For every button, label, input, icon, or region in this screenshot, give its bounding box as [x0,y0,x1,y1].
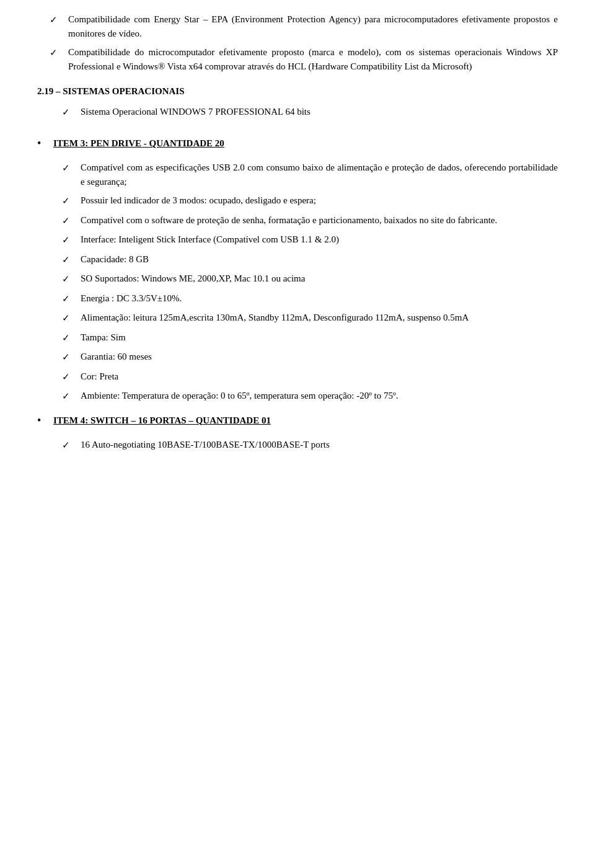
item4-checks: ✓ 16 Auto-negotiating 10BASE-T/100BASE-T… [37,438,558,453]
check-item-energia: ✓ Energia : DC 3.3/5V±10%. [50,291,558,306]
check-text-capacidade: Capacidade: 8 GB [81,252,558,267]
item3-section: • ITEM 3: PEN DRIVE - QUANTIDADE 20 ✓ Co… [37,136,558,404]
check-text-so: SO Suportados: Windows ME, 2000,XP, Mac … [81,272,558,286]
check-text-alimentacao: Alimentação: leitura 125mA,escrita 130mA… [81,311,558,325]
check-text-ports: 16 Auto-negotiating 10BASE-T/100BASE-TX/… [81,438,558,452]
checkmark-icon-14: ✓ [62,370,77,384]
check-text-tampa: Tampa: Sim [81,330,558,345]
check-item-windows7: ✓ Sistema Operacional WINDOWS 7 PROFESSI… [50,105,558,120]
checkmark-icon-7: ✓ [62,233,77,247]
check-text-windows7: Sistema Operacional WINDOWS 7 PROFESSION… [81,105,558,119]
checkmark-icon-6: ✓ [62,214,77,228]
check-item-garantia: ✓ Garantia: 60 meses [50,350,558,365]
checkmark-icon: ✓ [50,13,64,27]
checkmark-icon-11: ✓ [62,311,77,326]
bullet-icon: • [37,135,50,152]
top-check-items: ✓ Compatibilidade com Energy Star – EPA … [37,12,558,73]
item3-header: • ITEM 3: PEN DRIVE - QUANTIDADE 20 [37,136,558,152]
check-text-energia: Energia : DC 3.3/5V±10%. [81,291,558,306]
check-text-usb: Compatível com as especificações USB 2.0… [81,161,558,188]
check-item-ambiente: ✓ Ambiente: Temperatura de operação: 0 t… [50,389,558,404]
check-item-compatibilidade: ✓ Compatibilidade do microcomputador efe… [37,45,558,73]
bullet-icon-2: • [37,412,50,429]
check-text-interface: Interface: Inteligent Stick Interface (C… [81,232,558,247]
check-item-led: ✓ Possuir led indicador de 3 modos: ocup… [50,193,558,208]
item3-checks: ✓ Compatível com as especificações USB 2… [37,161,558,404]
checkmark-icon-2: ✓ [50,46,64,60]
page-content: ✓ Compatibilidade com Energy Star – EPA … [37,12,558,452]
checkmark-icon-16: ✓ [62,438,77,453]
checkmark-icon-4: ✓ [62,161,77,175]
check-item-alimentacao: ✓ Alimentação: leitura 125mA,escrita 130… [50,311,558,326]
check-text-compatibilidade: Compatibilidade do microcomputador efeti… [68,45,558,73]
check-text-cor: Cor: Preta [81,370,558,384]
check-item-energy-star: ✓ Compatibilidade com Energy Star – EPA … [37,12,558,40]
checkmark-icon-13: ✓ [62,350,77,365]
check-item-usb: ✓ Compatível com as especificações USB 2… [50,161,558,188]
checkmark-icon-8: ✓ [62,253,77,267]
checkmark-icon-10: ✓ [62,292,77,306]
item3-label: ITEM 3: PEN DRIVE - QUANTIDADE 20 [53,136,224,151]
check-item-ports: ✓ 16 Auto-negotiating 10BASE-T/100BASE-T… [50,438,558,453]
section-219-heading: 2.19 – SISTEMAS OPERACIONAIS [37,84,558,99]
checkmark-icon-9: ✓ [62,272,77,286]
item4-section: • ITEM 4: SWITCH – 16 PORTAS – QUANTIDAD… [37,414,558,453]
check-item-cor: ✓ Cor: Preta [50,370,558,384]
item4-header: • ITEM 4: SWITCH – 16 PORTAS – QUANTIDAD… [37,414,558,429]
check-item-so: ✓ SO Suportados: Windows ME, 2000,XP, Ma… [50,272,558,286]
checkmark-icon-3: ✓ [62,105,77,120]
check-text-ambiente: Ambiente: Temperatura de operação: 0 to … [81,389,558,403]
check-item-tampa: ✓ Tampa: Sim [50,330,558,345]
check-text-garantia: Garantia: 60 meses [81,350,558,364]
section-219-items: ✓ Sistema Operacional WINDOWS 7 PROFESSI… [37,105,558,120]
check-text-software: Compatível com o software de proteção de… [81,213,558,228]
checkmark-icon-12: ✓ [62,331,77,345]
check-item-interface: ✓ Interface: Inteligent Stick Interface … [50,232,558,247]
checkmark-icon-15: ✓ [62,389,77,404]
check-text-energy-star: Compatibilidade com Energy Star – EPA (E… [68,12,558,40]
checkmark-icon-5: ✓ [62,194,77,208]
check-text-led: Possuir led indicador de 3 modos: ocupad… [81,193,558,208]
item4-label: ITEM 4: SWITCH – 16 PORTAS – QUANTIDADE … [53,414,271,428]
section-219: 2.19 – SISTEMAS OPERACIONAIS ✓ Sistema O… [37,84,558,119]
check-item-software: ✓ Compatível com o software de proteção … [50,213,558,228]
check-item-capacidade: ✓ Capacidade: 8 GB [50,252,558,267]
